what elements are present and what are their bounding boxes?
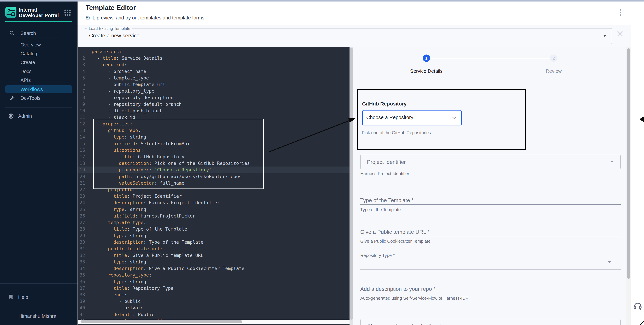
line-number: 32 [78, 252, 85, 259]
stepper-step-1-label: Service Details [401, 68, 452, 74]
stepper-step-2-label: Review [528, 68, 579, 74]
code-line[interactable]: 3 required: [78, 61, 353, 68]
code-line[interactable]: 40 - private [78, 305, 353, 311]
load-template-select[interactable]: Load Existing Template Create a new serv… [85, 28, 612, 44]
window-top-edge [0, 0, 644, 1]
repository-type-field-label: Repository Type * [360, 253, 395, 258]
code-line[interactable]: 36 type: string [78, 278, 353, 285]
line-number: 25 [78, 206, 85, 213]
line-number: 4 [78, 68, 85, 75]
code-line[interactable]: 41 default: Public [78, 311, 353, 318]
user-menu[interactable]: HM Himanshu Mishra [0, 312, 78, 320]
code-text: description: Give a Public Cookiecutter … [85, 265, 244, 272]
stepper-step-1[interactable]: 1 [423, 54, 430, 62]
code-line[interactable]: 32 title: Give a Public template URL [78, 252, 353, 259]
code-line[interactable]: 1parameters: [78, 48, 353, 55]
template-type-input[interactable] [360, 204, 621, 205]
load-template-label: Load Existing Template [88, 26, 132, 31]
code-line[interactable]: 5 - template_type [78, 75, 353, 81]
sidebar-item-apis[interactable]: APIs [0, 76, 78, 84]
sidebar-item-label: Overview [20, 42, 41, 48]
sidebar-footer-divider [0, 284, 78, 284]
editor-vertical-scrollbar-thumb[interactable] [350, 48, 353, 320]
editor-horizontal-scrollbar[interactable] [78, 320, 350, 324]
code-line[interactable]: 34 description: Give a Public Cookiecutt… [78, 265, 353, 272]
sidebar-item-label: Workflows [20, 87, 43, 92]
github-repository-label: GitHub Repository [362, 101, 406, 107]
code-line[interactable]: 4 - project_name [78, 68, 353, 75]
line-number: 13 [78, 127, 85, 134]
sidebar-item-search[interactable]: Search [0, 29, 78, 37]
code-line[interactable]: 37 title: Repository Type [78, 285, 353, 292]
code-line[interactable]: 38 enum: [78, 292, 353, 298]
line-number: 28 [78, 226, 85, 232]
line-number: 12 [78, 121, 85, 127]
code-line[interactable]: 8 - repositoty_description [78, 94, 353, 101]
code-line[interactable]: 31 public_template_url: [78, 246, 353, 252]
code-line[interactable]: 39 - public [78, 298, 353, 305]
panel-vertical-scrollbar[interactable] [626, 47, 631, 325]
owner-select[interactable]: Choose an Owner for the Service [360, 319, 621, 325]
template-url-field-label: Give a Public template URL * [360, 229, 430, 235]
line-number: 23 [78, 193, 85, 199]
sidebar-item-create[interactable]: Create [0, 58, 78, 66]
code-text: - repository_type [85, 88, 154, 94]
code-line[interactable]: 26 ui:field: HarnessProjectPicker [78, 213, 353, 219]
repository-type-select[interactable] [360, 269, 621, 270]
line-number: 15 [78, 140, 85, 147]
line-number: 41 [78, 311, 85, 318]
headset-icon[interactable] [633, 301, 642, 311]
sidebar-item-label: Docs [20, 69, 32, 74]
editor-vertical-scrollbar[interactable] [350, 47, 353, 325]
line-number: 11 [78, 114, 85, 121]
app-title: Internal Developer Portal [19, 7, 61, 18]
code-line[interactable]: 30 description: Type of the Template [78, 239, 353, 245]
sidebar-item-help[interactable]: ? Help [0, 293, 78, 301]
line-number: 20 [78, 173, 85, 180]
grid-icon[interactable] [64, 9, 71, 16]
close-icon[interactable] [617, 30, 623, 36]
code-line[interactable]: 2 - title: Service Details [78, 55, 353, 61]
code-text: - public [85, 298, 141, 305]
code-line[interactable]: 24 description: Harness Project Identifi… [78, 199, 353, 206]
code-line[interactable]: 6 - public_template_url [78, 81, 353, 88]
chevron-down-icon [603, 35, 606, 37]
code-line[interactable]: 33 type: string [78, 259, 353, 265]
github-repository-select[interactable]: Choose a Repository [362, 110, 462, 125]
sidebar-item-label: APIs [20, 77, 31, 83]
sidebar-item-label: Create [20, 60, 35, 65]
window-right-border [631, 1, 632, 325]
kebab-menu-icon[interactable] [619, 9, 622, 17]
project-identifier-placeholder: Project Identifier [367, 159, 406, 165]
template-url-input[interactable] [360, 236, 621, 236]
sidebar-item-docs[interactable]: Docs [0, 68, 78, 75]
code-text: public_template_url: [85, 246, 162, 252]
code-line[interactable]: 29 type: string [78, 232, 353, 239]
code-line[interactable]: 10 - direct_push_branch [78, 107, 353, 114]
line-number: 22 [78, 186, 85, 193]
project-identifier-select[interactable]: Project Identifier [360, 155, 621, 169]
repo-description-input[interactable] [360, 293, 621, 293]
gear-icon [8, 113, 14, 119]
sidebar-item-admin[interactable]: Admin [0, 112, 78, 120]
code-text: type: string [85, 232, 146, 239]
stepper-step-2[interactable]: 2 [550, 54, 558, 62]
code-line[interactable]: 23 title: Project Identifier [78, 193, 353, 199]
code-text: template_type: [85, 219, 146, 226]
editor-horizontal-scrollbar-thumb[interactable] [80, 320, 242, 323]
line-number: 8 [78, 94, 85, 101]
sidebar-item-devtools[interactable]: DevTools [0, 94, 78, 102]
code-line[interactable]: 7 - repository_type [78, 88, 353, 94]
code-line[interactable]: 27 template_type: [78, 219, 353, 226]
code-line[interactable]: 25 type: string [78, 206, 353, 213]
brand[interactable]: Internal Developer Portal [5, 7, 72, 19]
code-line[interactable]: 28 title: Type of the Template [78, 226, 353, 232]
code-text: - public_template_url [85, 81, 165, 88]
code-line[interactable]: 9 - repository_default_branch [78, 101, 353, 107]
sidebar-item-catalog[interactable]: Catalog [0, 50, 78, 57]
panel-vertical-scrollbar-thumb[interactable] [627, 48, 630, 279]
sidebar-item-overview[interactable]: Overview [0, 41, 78, 49]
code-text: type: string [85, 259, 146, 265]
code-line[interactable]: 35 repository_type: [78, 272, 353, 278]
code-text: - repository_default_branch [85, 101, 182, 107]
